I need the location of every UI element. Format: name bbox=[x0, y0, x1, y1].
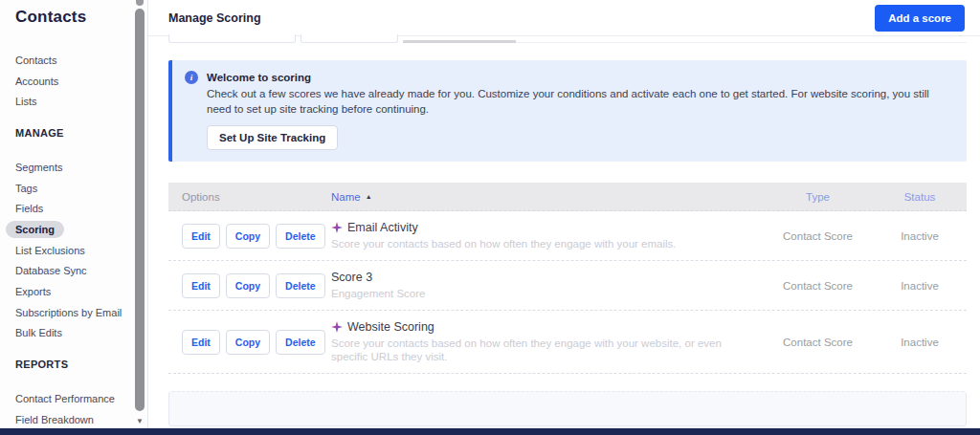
window-bottom-bar bbox=[0, 428, 980, 435]
empty-footer-panel bbox=[168, 391, 967, 426]
sidebar-group-top: Contacts Accounts Lists bbox=[15, 50, 147, 112]
copy-button[interactable]: Copy bbox=[226, 273, 270, 298]
scrolled-tab-remnant bbox=[168, 34, 296, 43]
scrollbar-thumb[interactable] bbox=[135, 9, 145, 411]
app-window: Contacts Contacts Accounts Lists MANAGE … bbox=[0, 0, 980, 435]
scrolled-tab-remnants bbox=[168, 36, 967, 46]
score-description: Score your contacts based on how often t… bbox=[331, 237, 733, 250]
sidebar-item-label: Contact Performance bbox=[15, 393, 115, 404]
contacts-sidebar: Contacts Contacts Accounts Lists MANAGE … bbox=[0, 0, 148, 435]
score-type: Contact Score bbox=[763, 337, 873, 348]
sidebar-item-accounts[interactable]: Accounts bbox=[15, 71, 147, 92]
score-status: Inactive bbox=[873, 337, 967, 348]
sidebar-item-lists[interactable]: Lists bbox=[15, 91, 147, 112]
column-header-name[interactable]: Name ▲ bbox=[331, 191, 763, 203]
score-name-label: Website Scoring bbox=[347, 320, 434, 334]
banner-body: Check out a few scores we have already m… bbox=[207, 87, 951, 117]
sidebar-item-label: Database Sync bbox=[15, 265, 87, 276]
table-row: Edit Copy Delete Email Acti bbox=[168, 211, 967, 261]
score-status: Inactive bbox=[873, 280, 967, 292]
scrolled-tab-remnant bbox=[301, 34, 398, 43]
sidebar-item-bulk-edits[interactable]: Bulk Edits bbox=[15, 323, 147, 344]
score-name[interactable]: Email Activity bbox=[331, 221, 744, 234]
sidebar-item-label: Lists bbox=[15, 96, 37, 107]
page-title: Manage Scoring bbox=[168, 11, 261, 25]
sidebar-item-label: List Exclusions bbox=[15, 245, 85, 256]
sidebar-item-list-exclusions[interactable]: List Exclusions bbox=[15, 240, 147, 261]
score-name-label: Email Activity bbox=[347, 221, 418, 234]
score-name[interactable]: Score 3 bbox=[331, 271, 744, 284]
column-header-options: Options bbox=[168, 191, 331, 203]
sidebar-item-label: Bulk Edits bbox=[15, 327, 62, 338]
delete-button[interactable]: Delete bbox=[276, 273, 325, 298]
main-panel: Manage Scoring Add a score i Welcome to … bbox=[148, 0, 980, 435]
sidebar-item-tags[interactable]: Tags bbox=[15, 178, 147, 199]
add-a-score-button[interactable]: Add a score bbox=[875, 5, 965, 32]
sidebar-item-label: Segments bbox=[15, 162, 63, 173]
sidebar-item-database-sync[interactable]: Database Sync bbox=[15, 261, 147, 282]
banner-title: Welcome to scoring bbox=[207, 72, 311, 83]
sidebar-section-manage: MANAGE bbox=[15, 122, 147, 143]
sidebar-group-manage: Segments Tags Fields Scoring List Exclus… bbox=[15, 157, 147, 343]
score-name-label: Score 3 bbox=[331, 271, 372, 284]
column-header-status: Status bbox=[873, 191, 967, 203]
edit-button[interactable]: Edit bbox=[182, 330, 220, 355]
ai-sparkle-icon bbox=[331, 321, 343, 333]
sidebar-item-label: Field Breakdown bbox=[15, 414, 94, 425]
welcome-banner: i Welcome to scoring Check out a few sco… bbox=[168, 60, 967, 162]
edit-button[interactable]: Edit bbox=[182, 224, 220, 249]
sidebar-item-subscriptions-by-email[interactable]: Subscriptions by Email bbox=[15, 302, 147, 323]
copy-button[interactable]: Copy bbox=[226, 330, 270, 355]
sidebar-title: Contacts bbox=[15, 8, 147, 27]
scrollbar-down-arrow[interactable]: ▼ bbox=[135, 417, 145, 426]
sidebar-item-label: Subscriptions by Email bbox=[15, 307, 122, 318]
sidebar-item-label: Scoring bbox=[6, 221, 64, 238]
score-description: Score your contacts based on how often t… bbox=[331, 337, 733, 363]
sidebar-item-contacts[interactable]: Contacts bbox=[15, 50, 147, 71]
page-header: Manage Scoring Add a score bbox=[148, 0, 980, 36]
divider bbox=[516, 42, 967, 43]
sidebar-item-field-breakdown[interactable]: Field Breakdown bbox=[15, 409, 147, 430]
sort-ascending-icon: ▲ bbox=[366, 193, 372, 200]
score-type: Contact Score bbox=[763, 230, 873, 242]
edit-button[interactable]: Edit bbox=[182, 273, 220, 298]
sidebar-item-label: Contacts bbox=[15, 54, 56, 66]
sidebar-item-segments[interactable]: Segments bbox=[15, 157, 147, 178]
set-up-site-tracking-button[interactable]: Set Up Site Tracking bbox=[207, 125, 338, 150]
scores-table: Options Name ▲ Type Status Edit Copy Del… bbox=[168, 183, 967, 374]
sidebar-item-label: Fields bbox=[15, 203, 43, 214]
delete-button[interactable]: Delete bbox=[276, 224, 325, 249]
score-description: Engagement Score bbox=[331, 287, 733, 300]
scrollbar-up-arrow[interactable] bbox=[136, 0, 144, 6]
score-type: Contact Score bbox=[763, 280, 873, 292]
info-icon: i bbox=[185, 71, 198, 84]
ai-sparkle-icon bbox=[331, 222, 343, 233]
sidebar-section-reports: REPORTS bbox=[15, 354, 147, 375]
score-name[interactable]: Website Scoring bbox=[331, 320, 744, 334]
sidebar-item-fields[interactable]: Fields bbox=[15, 198, 147, 219]
sidebar-item-label: Accounts bbox=[15, 76, 58, 87]
sidebar-scrollbar[interactable]: ▼ bbox=[135, 0, 145, 435]
sidebar-item-exports[interactable]: Exports bbox=[15, 281, 147, 302]
sidebar-item-contact-performance[interactable]: Contact Performance bbox=[15, 388, 147, 409]
sidebar-item-label: Exports bbox=[15, 286, 51, 297]
table-row: Edit Copy Delete Website Sc bbox=[168, 311, 967, 374]
copy-button[interactable]: Copy bbox=[226, 224, 270, 249]
table-row: Edit Copy Delete Score 3 Engagement Scor… bbox=[168, 261, 967, 311]
score-status: Inactive bbox=[873, 230, 967, 242]
scrolled-tab-remnant bbox=[403, 40, 516, 43]
delete-button[interactable]: Delete bbox=[276, 330, 325, 355]
table-header-row: Options Name ▲ Type Status bbox=[168, 183, 967, 211]
column-header-type: Type bbox=[763, 191, 873, 203]
sidebar-item-scoring-selected[interactable]: Scoring bbox=[15, 219, 147, 240]
content-area: i Welcome to scoring Check out a few sco… bbox=[148, 60, 980, 426]
column-header-name-label: Name bbox=[331, 191, 361, 203]
sidebar-item-label: Tags bbox=[15, 183, 37, 194]
